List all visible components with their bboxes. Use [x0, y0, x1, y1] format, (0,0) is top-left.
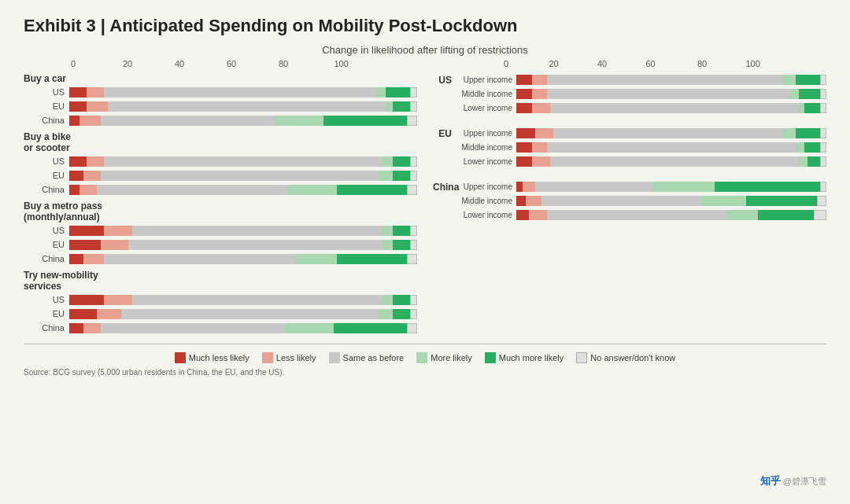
- income-label: Lower income: [455, 157, 516, 166]
- right-bar-row: Middle income: [455, 141, 826, 153]
- right-section-header: ChinaUpper incomeMiddle incomeLower inco…: [433, 180, 826, 223]
- region-label: China: [24, 323, 69, 333]
- bar-row: US: [24, 293, 417, 306]
- country-bracket-label: US: [433, 75, 455, 86]
- legend-color-box: [576, 352, 587, 363]
- legend-item: Less likely: [262, 352, 316, 363]
- group-label: Buy a bikeor scooter: [24, 131, 417, 153]
- right-bar-row: Upper income: [455, 180, 826, 193]
- country-bracket-label: EU: [433, 128, 455, 139]
- income-rows: Upper incomeMiddle incomeLower income: [455, 127, 826, 169]
- left-panel: 0 20 40 60 80 100 Buy a carUSEUChinaBuy …: [24, 59, 417, 339]
- income-label: Lower income: [455, 211, 516, 219]
- legend-label: Much more likely: [499, 353, 564, 362]
- legend: Much less likelyLess likelySame as befor…: [24, 352, 826, 363]
- left-group: Buy a metro pass(monthly/annual)USEUChin…: [24, 200, 417, 265]
- legend-label: Less likely: [276, 353, 316, 362]
- legend-item: Much less likely: [175, 352, 249, 363]
- legend-color-box: [485, 352, 496, 363]
- watermark-logo: 知乎: [760, 475, 781, 487]
- region-label: US: [24, 226, 69, 235]
- region-label: China: [24, 116, 69, 125]
- left-axis: 0 20 40 60 80 100: [71, 59, 417, 72]
- legend-divider: [24, 344, 826, 344]
- right-bar-row: Upper income: [455, 127, 826, 139]
- region-label: US: [24, 295, 69, 304]
- left-group: Buy a carUSEUChina: [24, 73, 417, 127]
- group-label: Buy a metro pass(monthly/annual): [24, 200, 417, 223]
- bar-row: US: [24, 224, 417, 237]
- bar-row: EU: [24, 100, 417, 112]
- legend-label: More likely: [431, 353, 472, 362]
- legend-item: Much more likely: [485, 352, 564, 363]
- bar-row: China: [24, 322, 417, 334]
- watermark: 知乎 @碧潭飞雪: [760, 474, 826, 488]
- region-label: China: [24, 254, 69, 263]
- right-section-header: EUUpper incomeMiddle incomeLower income: [433, 127, 826, 169]
- region-label: EU: [24, 309, 69, 318]
- legend-label: No answer/don't know: [590, 353, 675, 362]
- right-panel: 0 20 40 60 80 100 USUpper incomeMiddle i…: [433, 59, 826, 339]
- income-label: Upper income: [455, 129, 516, 138]
- country-bracket-label: China: [433, 182, 455, 193]
- bar-row: China: [24, 183, 417, 196]
- region-label: EU: [24, 101, 69, 111]
- main-container: Exhibit 3 | Anticipated Spending on Mobi…: [0, 0, 850, 504]
- right-bar-row: Upper income: [455, 73, 826, 86]
- right-section-block: EUUpper incomeMiddle incomeLower income: [433, 127, 826, 174]
- charts-area: 0 20 40 60 80 100 Buy a carUSEUChinaBuy …: [24, 59, 826, 339]
- bar-row: EU: [24, 169, 417, 182]
- region-label: US: [24, 156, 69, 166]
- right-chart: USUpper incomeMiddle incomeLower incomeE…: [433, 73, 826, 223]
- right-bar-row: Middle income: [455, 194, 826, 207]
- bar-row: China: [24, 252, 417, 265]
- left-group: Try new-mobilityservicesUSEUChina: [24, 270, 417, 334]
- main-title: Exhibit 3 | Anticipated Spending on Mobi…: [24, 16, 826, 36]
- legend-item: More likely: [416, 352, 472, 363]
- bar-row: EU: [24, 238, 417, 251]
- source-text: Source: BCG survey (5,000 urban resident…: [24, 368, 826, 377]
- legend-item: Same as before: [329, 352, 405, 363]
- legend-color-box: [329, 352, 340, 363]
- watermark-text: @碧潭飞雪: [783, 476, 826, 486]
- right-section-block: USUpper incomeMiddle incomeLower income: [433, 73, 826, 120]
- income-label: Middle income: [455, 90, 516, 98]
- subtitle: Change in likelihood after lifting of re…: [24, 44, 826, 56]
- left-chart: Buy a carUSEUChinaBuy a bikeor scooterUS…: [24, 73, 417, 334]
- legend-label: Much less likely: [189, 353, 249, 362]
- legend-item: No answer/don't know: [576, 352, 675, 363]
- legend-label: Same as before: [343, 353, 405, 362]
- right-bar-row: Lower income: [455, 155, 826, 167]
- income-label: Lower income: [455, 104, 516, 112]
- bar-row: EU: [24, 307, 417, 320]
- group-label: Buy a car: [24, 73, 417, 84]
- right-section-header: USUpper incomeMiddle incomeLower income: [433, 73, 826, 116]
- right-bar-row: Lower income: [455, 208, 826, 221]
- region-label: EU: [24, 171, 69, 180]
- right-section-block: ChinaUpper incomeMiddle incomeLower inco…: [433, 180, 826, 223]
- group-label: Try new-mobilityservices: [24, 270, 417, 292]
- right-bar-row: Middle income: [455, 87, 826, 100]
- income-label: Upper income: [455, 182, 516, 191]
- income-rows: Upper incomeMiddle incomeLower income: [455, 73, 826, 116]
- legend-color-box: [262, 352, 273, 363]
- region-label: US: [24, 87, 69, 97]
- income-label: Middle income: [455, 197, 516, 205]
- right-bar-row: Lower income: [455, 101, 826, 114]
- region-label: China: [24, 185, 69, 194]
- legend-color-box: [416, 352, 427, 363]
- bar-row: China: [24, 114, 417, 127]
- bar-row: US: [24, 86, 417, 98]
- region-label: EU: [24, 240, 69, 249]
- right-axis: 0 20 40 60 80 100: [504, 59, 826, 72]
- income-label: Upper income: [455, 75, 516, 84]
- income-rows: Upper incomeMiddle incomeLower income: [455, 180, 826, 223]
- bar-row: US: [24, 155, 417, 167]
- income-label: Middle income: [455, 143, 516, 152]
- legend-color-box: [175, 352, 186, 363]
- left-group: Buy a bikeor scooterUSEUChina: [24, 131, 417, 196]
